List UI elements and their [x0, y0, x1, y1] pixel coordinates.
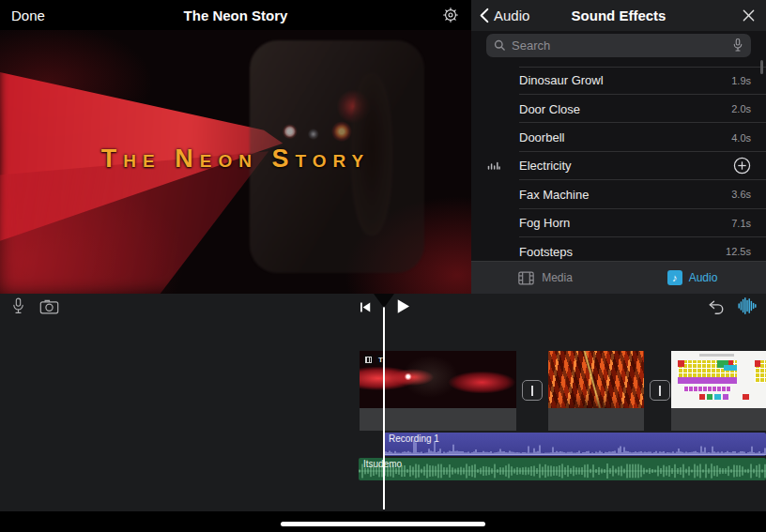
theme-badge-icon	[363, 355, 374, 365]
clip-3-thumbnail-periodic-table	[671, 351, 766, 408]
sound-effects-panel: Audio Sound Effects Dinosaur Growl 1.9s …	[471, 0, 766, 294]
project-title: The Neon Story	[0, 8, 471, 23]
effect-duration: 4.0s	[731, 132, 751, 144]
clip-footer	[671, 408, 766, 431]
undo-icon[interactable]	[707, 299, 726, 315]
add-sound-plus-icon[interactable]	[733, 157, 751, 175]
dictation-mic-icon[interactable]	[732, 38, 743, 53]
sound-effect-row-electricity[interactable]: Electricity	[471, 152, 766, 180]
search-icon	[494, 39, 506, 52]
video-clip-2[interactable]	[548, 351, 644, 431]
effect-duration: 2.0s	[731, 103, 751, 114]
sound-effect-row-dinosaur-growl[interactable]: Dinosaur Growl 1.9s	[471, 67, 766, 95]
sound-effects-list: Dinosaur Growl 1.9s Door Close 2.0s Door…	[471, 67, 766, 266]
audio-track-itsudemo[interactable]: Itsudemo	[359, 458, 766, 480]
effect-duration: 7.1s	[731, 218, 751, 229]
effect-name: Door Close	[519, 102, 731, 116]
panel-title: Sound Effects	[471, 8, 766, 23]
transition-button-1[interactable]	[522, 380, 543, 401]
track-label: Recording 1	[389, 433, 439, 444]
effect-name: Doorbell	[519, 130, 731, 144]
filmstrip-icon	[517, 270, 535, 286]
home-indicator[interactable]	[281, 522, 485, 526]
close-icon[interactable]	[742, 8, 756, 26]
transition-none-icon	[531, 386, 533, 396]
clip-footer	[548, 408, 644, 431]
tab-audio-label: Audio	[689, 271, 718, 284]
effect-duration: 12.5s	[726, 246, 751, 257]
audio-track-recording[interactable]: Recording 1	[384, 433, 766, 456]
search-bar[interactable]	[486, 34, 751, 57]
timeline-workspace: T	[0, 294, 766, 511]
effect-name: Electricity	[519, 159, 733, 173]
effect-name: Fog Horn	[519, 216, 731, 230]
now-playing-waveform-icon	[487, 157, 500, 174]
settings-gear-icon[interactable]	[442, 7, 459, 23]
sound-effect-row-fax-machine[interactable]: Fax Machine 3.6s	[471, 180, 766, 208]
playhead[interactable]	[383, 294, 385, 509]
clip-2-thumbnail	[548, 351, 644, 408]
record-voiceover-mic-icon[interactable]	[11, 297, 25, 315]
panel-header: Audio Sound Effects	[471, 0, 766, 31]
play-button[interactable]	[393, 297, 411, 315]
sound-effect-row-door-close[interactable]: Door Close 2.0s	[471, 95, 766, 123]
effect-name: Dinosaur Growl	[519, 73, 731, 87]
effect-name: Footsteps	[519, 245, 726, 259]
top-bar: Done The Neon Story	[0, 0, 471, 30]
camera-icon[interactable]	[39, 299, 59, 314]
tab-audio[interactable]: ♪ Audio	[619, 262, 766, 294]
panel-tab-bar: Media ♪ Audio	[471, 261, 766, 294]
effect-duration: 1.9s	[731, 75, 751, 86]
sound-effect-row-fog-horn[interactable]: Fog Horn 7.1s	[471, 209, 766, 237]
scrollbar[interactable]	[760, 60, 763, 74]
search-input[interactable]	[512, 38, 727, 53]
video-clip-3[interactable]	[671, 351, 766, 431]
effect-duration: 3.6s	[731, 189, 751, 200]
title-overlay: The Neon Story	[0, 144, 471, 174]
music-note-icon: ♪	[667, 270, 682, 285]
effect-name: Fax Machine	[519, 188, 731, 202]
tab-media-label: Media	[542, 271, 573, 284]
skip-to-start-icon[interactable]	[359, 301, 372, 313]
bottom-bezel	[0, 511, 766, 532]
audio-waveform-toggle-icon[interactable]	[738, 297, 757, 314]
tab-media[interactable]: Media	[471, 262, 619, 294]
sound-effect-row-doorbell[interactable]: Doorbell 4.0s	[471, 123, 766, 151]
transition-none-icon	[659, 386, 661, 396]
transition-button-2[interactable]	[650, 380, 670, 401]
imovie-app: Done The Neon Story The Neon Story Audio…	[0, 0, 766, 532]
playhead-notch	[374, 294, 394, 308]
video-preview[interactable]: The Neon Story	[0, 30, 471, 294]
